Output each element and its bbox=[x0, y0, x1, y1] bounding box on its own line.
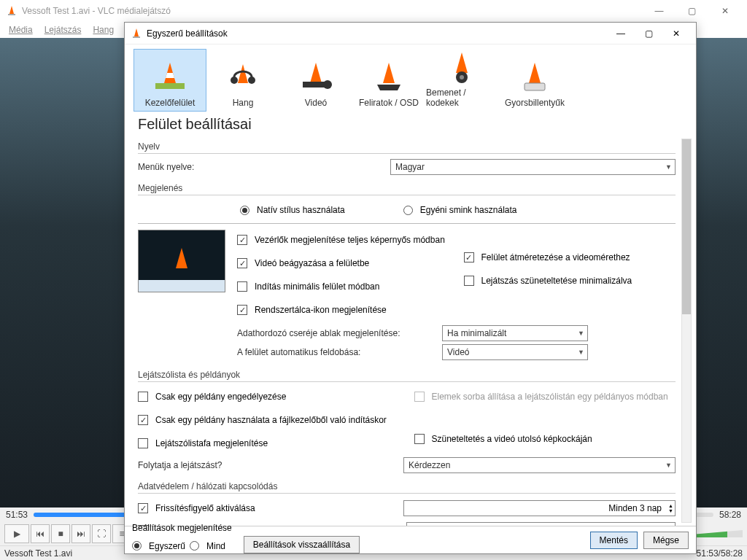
section-title: Felület beállításai bbox=[125, 112, 696, 136]
svg-point-8 bbox=[460, 75, 464, 79]
svg-point-3 bbox=[231, 77, 238, 84]
main-title: Vessoft Test 1.avi - VLC médialejátszó bbox=[22, 6, 643, 16]
cb-pause-last-frame[interactable]: Szüneteltetés a videó utolsó képkockáján bbox=[414, 430, 676, 448]
group-privacy: Adatvédelem / hálózati kapcsolódás bbox=[138, 481, 676, 494]
cat-audio[interactable]: Hang bbox=[206, 49, 279, 112]
cat-label: Kezelőfelület bbox=[145, 98, 196, 108]
vlc-main-window: Vessoft Test 1.avi - VLC médialejátszó —… bbox=[0, 0, 747, 560]
cat-label: Gyorsbillentyűk bbox=[505, 98, 565, 108]
radio-all[interactable]: Mind bbox=[190, 537, 225, 555]
cat-input[interactable]: Bemenet / kodekek bbox=[425, 49, 498, 112]
prev-button[interactable]: ⏮ bbox=[31, 524, 50, 543]
cb-updates[interactable]: Frissítésfigyelő aktiválása bbox=[138, 499, 399, 517]
cb-min-start[interactable]: Indítás minimális felület módban bbox=[237, 278, 449, 295]
lang-label: Menük nyelve: bbox=[138, 162, 386, 172]
scrollbar-thumb[interactable] bbox=[682, 139, 691, 314]
svg-rect-2 bbox=[155, 83, 185, 89]
menu-media[interactable]: Média bbox=[4, 23, 37, 36]
main-minimize-button[interactable]: — bbox=[643, 0, 676, 22]
vlc-cone-icon bbox=[6, 5, 18, 17]
svg-point-4 bbox=[248, 77, 255, 84]
cat-label: Videó bbox=[305, 98, 327, 108]
continue-select[interactable]: Kérdezzen bbox=[403, 457, 676, 473]
time-total: 58:28 bbox=[719, 510, 741, 520]
cb-single-instance[interactable]: Csak egy példány engedélyezése bbox=[138, 388, 400, 405]
cb-recent[interactable]: Nemrég játszott elemek mentése bbox=[138, 521, 371, 526]
filter-input[interactable] bbox=[406, 522, 676, 526]
svg-rect-5 bbox=[303, 82, 325, 88]
cat-interface[interactable]: Kezelőfelület bbox=[133, 49, 206, 112]
group-playlist: Lejátszólista és példányok bbox=[138, 370, 676, 382]
dialog-maximize-button[interactable]: ▢ bbox=[635, 23, 662, 44]
media-change-label: Adathordozó cseréje ablak megjelenítése: bbox=[237, 328, 438, 338]
dialog-title: Egyszerű beállítások bbox=[147, 28, 607, 39]
radio-custom-skin[interactable]: Egyéni smink használata bbox=[403, 201, 517, 219]
dialog-minimize-button[interactable]: — bbox=[607, 23, 635, 44]
play-button[interactable]: ▶ bbox=[4, 524, 29, 543]
cb-single-file-mgr[interactable]: Csak egy példány használata a fájlkezelő… bbox=[138, 411, 400, 429]
menu-audio[interactable]: Hang bbox=[88, 23, 118, 36]
reset-button[interactable]: Beállítások visszaállítása bbox=[244, 536, 360, 553]
cat-label: Hang bbox=[233, 98, 254, 108]
update-days-spin[interactable]: Minden 3 nap bbox=[403, 500, 676, 516]
category-tabs: Kezelőfelület Hang Videó Feliratok / OSD… bbox=[125, 44, 696, 112]
cb-fullscreen-controls[interactable]: Vezérlők megjelenítése teljes képernyős … bbox=[237, 231, 449, 249]
cb-systray[interactable]: Rendszertálca-ikon megjelenítése bbox=[237, 301, 449, 319]
auto-raise-label: A felület automatikus feldobása: bbox=[237, 347, 438, 357]
filter-label: Szűrő: bbox=[376, 525, 402, 526]
settings-scroll: Nyelv Menük nyelve: Magyar Megjelenés Na… bbox=[125, 136, 696, 526]
volume-slider[interactable] bbox=[692, 530, 743, 537]
svg-rect-1 bbox=[133, 36, 140, 38]
group-appearance: Megjelenés bbox=[138, 183, 676, 195]
stop-button[interactable]: ■ bbox=[51, 524, 70, 543]
vlc-cone-icon bbox=[131, 28, 142, 39]
save-button[interactable]: Mentés bbox=[590, 532, 638, 549]
cat-video[interactable]: Videó bbox=[279, 49, 352, 112]
dialog-close-button[interactable]: ✕ bbox=[662, 23, 690, 44]
cb-pause-min[interactable]: Lejátszás szüneteltetése minimalizálva bbox=[464, 272, 676, 289]
radio-native-style[interactable]: Natív stílus használata bbox=[240, 201, 345, 219]
svg-point-6 bbox=[323, 80, 332, 89]
cb-resize-video[interactable]: Felület átméretezése a videomérethez bbox=[464, 249, 676, 266]
cat-label: Bemenet / kodekek bbox=[426, 88, 498, 108]
dialog-footer: Beállítások megjelenítése Egyszerű Mind … bbox=[125, 526, 696, 553]
cat-hotkeys[interactable]: Gyorsbillentyűk bbox=[498, 49, 571, 112]
radio-simple[interactable]: Egyszerű bbox=[132, 537, 185, 555]
status-file: Vessoft Test 1.avi bbox=[4, 548, 72, 559]
main-close-button[interactable]: ✕ bbox=[708, 0, 741, 22]
cb-embed-video[interactable]: Videó beágyazása a felületbe bbox=[237, 254, 449, 272]
preferences-dialog: Egyszerű beállítások — ▢ ✕ Kezelőfelület… bbox=[124, 22, 697, 554]
main-maximize-button[interactable]: ▢ bbox=[676, 0, 708, 22]
fullscreen-button[interactable]: ⛶ bbox=[92, 524, 111, 543]
cat-label: Feliratok / OSD bbox=[359, 98, 419, 108]
next-button[interactable]: ⏭ bbox=[71, 524, 90, 543]
continue-label: Folytatja a lejátszást? bbox=[138, 460, 399, 470]
svg-rect-9 bbox=[525, 83, 545, 90]
svg-rect-0 bbox=[8, 14, 15, 15]
menu-playback[interactable]: Lejátszás bbox=[40, 23, 86, 36]
group-language: Nyelv bbox=[138, 141, 676, 154]
status-time: 51:53/58:28 bbox=[697, 548, 743, 559]
main-titlebar: Vessoft Test 1.avi - VLC médialejátszó —… bbox=[0, 0, 747, 22]
time-current: 51:53 bbox=[6, 510, 28, 520]
style-preview bbox=[138, 230, 225, 292]
cb-playlist-tree[interactable]: Lejátszólistafa megjelenítése bbox=[138, 435, 400, 452]
cancel-button[interactable]: Mégse bbox=[643, 532, 689, 549]
media-change-select[interactable]: Ha minimalizált bbox=[442, 325, 588, 341]
cb-enqueue: Elemek sorba állítása a lejátszólistán e… bbox=[414, 388, 676, 405]
dialog-titlebar: Egyszerű beállítások — ▢ ✕ bbox=[125, 23, 696, 44]
lang-select[interactable]: Magyar bbox=[390, 159, 676, 175]
auto-raise-select[interactable]: Videó bbox=[442, 344, 588, 360]
cat-subtitles[interactable]: Feliratok / OSD bbox=[352, 49, 425, 112]
